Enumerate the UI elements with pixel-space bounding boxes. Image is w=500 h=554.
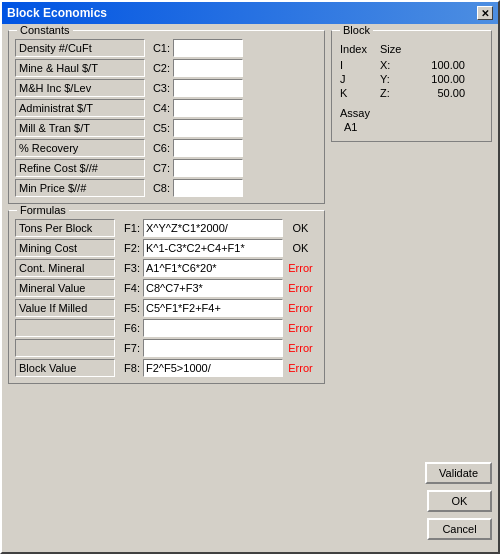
cancel-button[interactable]: Cancel (427, 518, 492, 540)
constant-input-6[interactable] (173, 159, 243, 177)
formula-label-3: Mineral Value (15, 279, 115, 297)
formula-code-2: F3: (115, 262, 143, 274)
constant-code-4: C5: (145, 122, 173, 134)
formula-input-0[interactable] (143, 219, 283, 237)
formula-label-0: Tons Per Block (15, 219, 115, 237)
formula-input-6[interactable] (143, 339, 283, 357)
formula-status-5: Error (283, 319, 318, 337)
constant-input-2[interactable] (173, 79, 243, 97)
window: Block Economics ✕ Constants Density #/Cu… (0, 0, 500, 554)
formula-status-1: OK (283, 239, 318, 257)
constant-label-0: Density #/CuFt (15, 39, 145, 57)
window-title: Block Economics (7, 6, 107, 20)
formula-input-5[interactable] (143, 319, 283, 337)
constant-code-6: C7: (145, 162, 173, 174)
constant-input-0[interactable] (173, 39, 243, 57)
formula-status-7: Error (283, 359, 318, 377)
constant-input-1[interactable] (173, 59, 243, 77)
constant-label-3: Administrat $/T (15, 99, 145, 117)
formula-input-1[interactable] (143, 239, 283, 257)
block-index-1: J (340, 73, 380, 85)
block-header: Index Size (340, 43, 483, 55)
block-content: Index Size IX:100.00JY:100.00KZ:50.00 As… (340, 43, 483, 133)
formula-label-1: Mining Cost (15, 239, 115, 257)
formula-status-6: Error (283, 339, 318, 357)
block-index-0: I (340, 59, 380, 71)
formula-label-7: Block Value (15, 359, 115, 377)
formula-code-1: F2: (115, 242, 143, 254)
left-panel: Constants Density #/CuFtC1:Mine & Haul $… (8, 30, 325, 546)
formula-label-4: Value If Milled (15, 299, 115, 317)
constant-input-3[interactable] (173, 99, 243, 117)
formula-label-5 (15, 319, 115, 337)
constant-input-4[interactable] (173, 119, 243, 137)
block-rows: IX:100.00JY:100.00KZ:50.00 (340, 59, 483, 99)
formula-label-6 (15, 339, 115, 357)
block-value-1: 100.00 (410, 73, 465, 85)
size-header: Size (380, 43, 410, 55)
constant-input-5[interactable] (173, 139, 243, 157)
block-row-2: KZ:50.00 (340, 87, 483, 99)
formula-code-0: F1: (115, 222, 143, 234)
formula-input-3[interactable] (143, 279, 283, 297)
block-value-0: 100.00 (410, 59, 465, 71)
index-header: Index (340, 43, 380, 55)
assay-value: A1 (340, 121, 483, 133)
assay-label: Assay (340, 107, 483, 119)
block-value-2: 50.00 (410, 87, 465, 99)
formula-input-7[interactable] (143, 359, 283, 377)
block-axis-0: X: (380, 59, 410, 71)
formulas-group: Formulas Tons Per BlockF1:OKMining CostF… (8, 210, 325, 384)
formula-code-5: F6: (115, 322, 143, 334)
constant-code-0: C1: (145, 42, 173, 54)
constant-code-7: C8: (145, 182, 173, 194)
constant-code-2: C3: (145, 82, 173, 94)
formula-status-0: OK (283, 219, 318, 237)
close-button[interactable]: ✕ (477, 6, 493, 20)
constant-code-1: C2: (145, 62, 173, 74)
constant-label-5: % Recovery (15, 139, 145, 157)
formula-input-2[interactable] (143, 259, 283, 277)
formula-code-7: F8: (115, 362, 143, 374)
constant-label-6: Refine Cost $//# (15, 159, 145, 177)
validate-button[interactable]: Validate (425, 462, 492, 484)
constant-input-7[interactable] (173, 179, 243, 197)
block-row-0: IX:100.00 (340, 59, 483, 71)
block-group: Block Index Size IX:100.00JY:100.00KZ:50… (331, 30, 492, 142)
formula-label-2: Cont. Mineral (15, 259, 115, 277)
formula-input-4[interactable] (143, 299, 283, 317)
right-buttons: Validate OK Cancel (331, 148, 492, 546)
constant-code-5: C6: (145, 142, 173, 154)
formula-code-3: F4: (115, 282, 143, 294)
block-row-1: JY:100.00 (340, 73, 483, 85)
constant-label-2: M&H Inc $/Lev (15, 79, 145, 97)
constant-code-3: C4: (145, 102, 173, 114)
constant-label-1: Mine & Haul $/T (15, 59, 145, 77)
content-area: Constants Density #/CuFtC1:Mine & Haul $… (2, 24, 498, 552)
block-index-2: K (340, 87, 380, 99)
formula-code-6: F7: (115, 342, 143, 354)
ok-button[interactable]: OK (427, 490, 492, 512)
block-axis-2: Z: (380, 87, 410, 99)
constant-label-7: Min Price $//# (15, 179, 145, 197)
right-panel: Block Index Size IX:100.00JY:100.00KZ:50… (331, 30, 492, 546)
assay-section: Assay A1 (340, 107, 483, 133)
block-label: Block (340, 24, 373, 36)
formulas-label: Formulas (17, 204, 69, 216)
formulas-grid: Tons Per BlockF1:OKMining CostF2:OKCont.… (15, 219, 318, 377)
constant-label-4: Mill & Tran $/T (15, 119, 145, 137)
constants-group: Constants Density #/CuFtC1:Mine & Haul $… (8, 30, 325, 204)
block-axis-1: Y: (380, 73, 410, 85)
formula-status-4: Error (283, 299, 318, 317)
formula-status-2: Error (283, 259, 318, 277)
constants-label: Constants (17, 24, 73, 36)
constants-grid: Density #/CuFtC1:Mine & Haul $/TC2:M&H I… (15, 39, 318, 197)
formula-status-3: Error (283, 279, 318, 297)
formula-code-4: F5: (115, 302, 143, 314)
title-bar: Block Economics ✕ (2, 2, 498, 24)
